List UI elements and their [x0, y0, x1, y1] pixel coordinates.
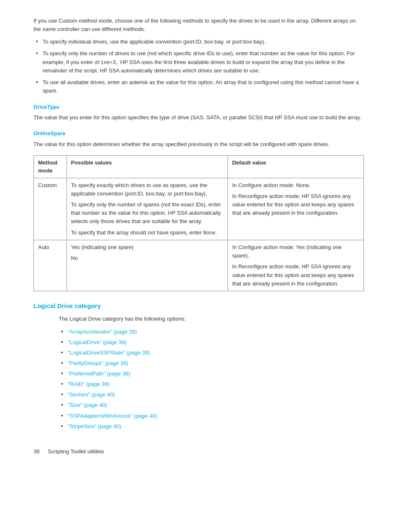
drivetype-heading: DriveType: [33, 103, 364, 111]
logical-drive-intro: The Logical Drive category has the follo…: [59, 315, 364, 323]
logical-drive-heading: Logical Drive category: [33, 301, 364, 311]
auto-possible-p2: No: [71, 254, 224, 262]
onlinespare-section: OnlineSpare The value for this option de…: [33, 129, 364, 149]
link-stripesize[interactable]: "StripeSize" (page 40): [68, 423, 121, 429]
link-item-sspAdapters[interactable]: "SSPAdaptersWithAccess" (page 40): [59, 412, 364, 420]
method-table: Method mode Possible values Default valu…: [33, 155, 364, 291]
page-footer: 38 Scripting Toolkit utilities: [33, 447, 366, 456]
bullet-item-2: To specify only the number of drives to …: [33, 49, 364, 75]
link-arrayaccelerator[interactable]: "ArrayAccelerator" (page 39): [68, 329, 137, 335]
drivetype-description: The value that you enter for this option…: [33, 113, 364, 122]
bullet-item-1: To specify individual drives, use the ap…: [33, 38, 364, 46]
custom-method-cell: Custom: [34, 178, 67, 240]
custom-possible-p3: To specify that the array should not hav…: [71, 229, 224, 237]
link-item-size[interactable]: "Size" (page 40): [59, 401, 364, 409]
auto-default-p2: In Reconfigure action mode, HP SSA ignor…: [232, 262, 359, 288]
onlinespare-description: The value for this option determines whe…: [33, 140, 364, 149]
auto-method-cell: Auto: [34, 240, 67, 291]
logical-drive-section: Logical Drive category The Logical Drive…: [33, 301, 364, 431]
link-size[interactable]: "Size" (page 40): [68, 402, 107, 408]
auto-possible-p1: Yes (indicating one spare): [71, 243, 224, 252]
custom-possible-p2: To specify only the number of spares (no…: [71, 200, 224, 226]
auto-default-cell: In Configure action mode: Yes (indicatin…: [228, 240, 364, 291]
link-logicaldrivesspstate[interactable]: "LogicalDriveSSPState" (page 39): [68, 350, 150, 356]
intro-paragraph: If you use Custom method mode, choose on…: [33, 17, 364, 33]
link-item-logicaldrive[interactable]: "LogicalDrive" (page 39): [59, 338, 364, 347]
link-item-stripesize[interactable]: "StripeSize" (page 40): [59, 422, 364, 431]
link-raid[interactable]: "RAID" (page 39): [68, 381, 110, 387]
intro-bullets: To specify individual drives, use the ap…: [33, 38, 364, 95]
bullet-item-3: To use all available drives, enter an as…: [33, 78, 364, 95]
custom-possible-cell: To specify exactly which drives to use a…: [66, 178, 228, 240]
link-item-preferredpath[interactable]: "PreferredPath" (page 39): [59, 370, 364, 378]
link-paritygroups[interactable]: "ParityGroups" (page 39): [68, 360, 128, 366]
code-drive: drive=3,: [95, 60, 119, 66]
link-item-paritygroups[interactable]: "ParityGroups" (page 39): [59, 359, 364, 368]
drivetype-section: DriveType The value that you enter for t…: [33, 103, 364, 122]
table-header-row: Method mode Possible values Default valu…: [34, 155, 364, 178]
col-header-method: Method mode: [34, 155, 67, 178]
onlinespare-heading: OnlineSpare: [33, 129, 364, 138]
link-logicaldrive[interactable]: "LogicalDrive" (page 39): [68, 339, 126, 345]
custom-default-p1: In Configure action mode: None.: [232, 181, 359, 190]
col-header-default: Default value: [228, 155, 364, 178]
page-label: Scripting Toolkit utilities: [48, 447, 104, 456]
link-item-logicaldrivessstate[interactable]: "LogicalDriveSSPState" (page 39): [59, 349, 364, 357]
custom-default-p2: In Reconfigure action mode, HP SSA ignor…: [232, 192, 359, 217]
link-item-raid[interactable]: "RAID" (page 39): [59, 380, 364, 388]
code-none: None: [203, 230, 215, 236]
table-row-custom: Custom To specify exactly which drives t…: [34, 178, 364, 240]
auto-default-p1: In Configure action mode: Yes (indicatin…: [232, 243, 359, 260]
logical-drive-links: "ArrayAccelerator" (page 39) "LogicalDri…: [59, 328, 364, 431]
page-number: 38: [33, 447, 39, 456]
link-sspadapters[interactable]: "SSPAdaptersWithAccess" (page 40): [68, 413, 157, 419]
link-sectors[interactable]: "Sectors" (page 40): [68, 391, 115, 398]
custom-possible-p1: To specify exactly which drives to use a…: [71, 181, 224, 198]
col-header-possible: Possible values: [66, 155, 228, 178]
content-area: If you use Custom method mode, choose on…: [33, 17, 364, 431]
auto-possible-cell: Yes (indicating one spare) No: [66, 240, 228, 291]
custom-default-cell: In Configure action mode: None. In Recon…: [228, 178, 364, 240]
table-row-auto: Auto Yes (indicating one spare) No In Co…: [34, 240, 364, 291]
link-item-sectors[interactable]: "Sectors" (page 40): [59, 391, 364, 399]
link-item-arrayaccelerator[interactable]: "ArrayAccelerator" (page 39): [59, 328, 364, 336]
link-preferredpath[interactable]: "PreferredPath" (page 39): [68, 370, 130, 377]
